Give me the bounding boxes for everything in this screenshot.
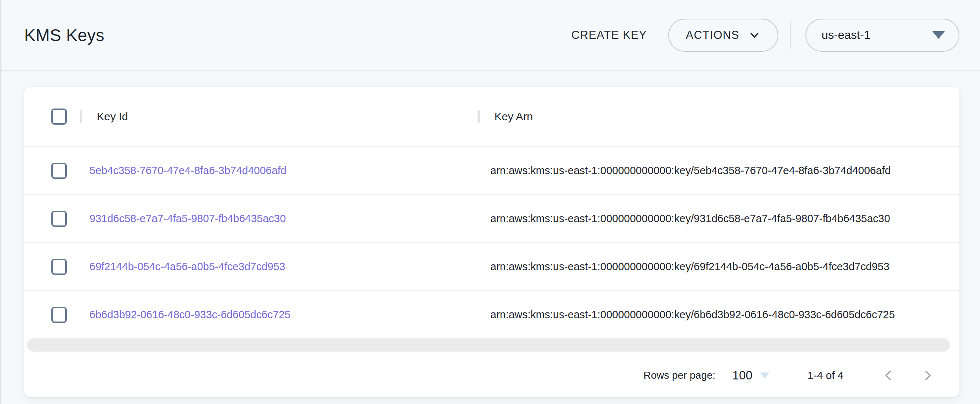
table-header-row: Key Id Key Arn	[24, 87, 959, 146]
key-arn-value: arn:aws:kms:us-east-1:000000000000:key/6…	[490, 261, 889, 273]
key-arn-value: arn:aws:kms:us-east-1:000000000000:key/5…	[490, 165, 891, 177]
row-checkbox[interactable]	[51, 307, 67, 323]
pagination-bar: Rows per page: 100 1-4 of 4	[24, 352, 959, 399]
row-checkbox-cell	[24, 259, 80, 275]
key-arn-cell: arn:aws:kms:us-east-1:000000000000:key/9…	[477, 213, 959, 225]
table-row: 5eb4c358-7670-47e4-8fa6-3b74d4006afd arn…	[24, 146, 959, 194]
column-header-label: Key Arn	[495, 110, 533, 123]
page-title: KMS Keys	[24, 25, 105, 45]
key-arn-cell: arn:aws:kms:us-east-1:000000000000:key/5…	[477, 165, 959, 177]
arrow-drop-down-icon	[760, 372, 770, 379]
header-cell-key-id: Key Id	[80, 110, 477, 123]
next-page-button[interactable]	[921, 368, 935, 383]
key-id-cell: 69f2144b-054c-4a56-a0b5-4fce3d7cd953	[80, 261, 477, 273]
keys-table-card: Key Id Key Arn 5eb4c358-7670-47e4-8fa6-3…	[24, 87, 959, 397]
key-id-link[interactable]: 6b6d3b92-0616-48c0-933c-6d605dc6c725	[89, 309, 291, 321]
create-key-button[interactable]: CREATE KEY	[560, 21, 658, 50]
page-left-edge	[0, 0, 2, 404]
key-id-link[interactable]: 931d6c58-e7a7-4fa5-9807-fb4b6435ac30	[89, 213, 286, 225]
select-all-checkbox[interactable]	[51, 108, 67, 125]
key-id-link[interactable]: 69f2144b-054c-4a56-a0b5-4fce3d7cd953	[89, 261, 285, 273]
table-row: 6b6d3b92-0616-48c0-933c-6d605dc6c725 arn…	[24, 290, 959, 338]
region-selector-value: us-east-1	[822, 28, 870, 42]
column-header-label: Key Id	[97, 110, 128, 123]
header-toolbar: CREATE KEY ACTIONS us-east-1	[560, 19, 959, 52]
chevron-down-icon	[748, 29, 760, 41]
row-checkbox-cell	[24, 307, 80, 323]
region-selector[interactable]: us-east-1	[805, 19, 959, 52]
row-checkbox-cell	[24, 211, 80, 227]
arrow-drop-down-icon	[932, 31, 945, 39]
key-arn-cell: arn:aws:kms:us-east-1:000000000000:key/6…	[477, 309, 959, 321]
key-arn-value: arn:aws:kms:us-east-1:000000000000:key/9…	[490, 213, 890, 225]
column-resize-handle[interactable]	[477, 110, 480, 123]
key-arn-value: arn:aws:kms:us-east-1:000000000000:key/6…	[490, 309, 895, 321]
chevron-left-icon	[881, 368, 896, 383]
key-id-cell: 931d6c58-e7a7-4fa5-9807-fb4b6435ac30	[80, 213, 477, 225]
header-cell-key-arn: Key Arn	[477, 110, 959, 123]
row-checkbox[interactable]	[51, 211, 67, 227]
row-checkbox[interactable]	[51, 259, 67, 275]
header-checkbox-cell	[24, 108, 80, 125]
actions-button-label: ACTIONS	[686, 29, 740, 42]
actions-button[interactable]: ACTIONS	[668, 19, 778, 52]
chevron-right-icon	[921, 368, 935, 383]
rows-per-page-label: Rows per page:	[643, 369, 715, 381]
horizontal-scrollbar[interactable]	[27, 338, 950, 352]
key-id-cell: 6b6d3b92-0616-48c0-933c-6d605dc6c725	[80, 309, 477, 321]
key-id-cell: 5eb4c358-7670-47e4-8fa6-3b74d4006afd	[80, 165, 477, 177]
rows-per-page-value: 100	[732, 369, 752, 382]
row-checkbox-cell	[24, 163, 80, 179]
table-row: 931d6c58-e7a7-4fa5-9807-fb4b6435ac30 arn…	[24, 194, 959, 242]
previous-page-button[interactable]	[881, 368, 896, 383]
page-header: KMS Keys CREATE KEY ACTIONS us-east-1	[0, 0, 980, 71]
pagination-range-label: 1-4 of 4	[808, 369, 843, 382]
toolbar-divider	[790, 21, 791, 49]
key-arn-cell: arn:aws:kms:us-east-1:000000000000:key/6…	[477, 261, 959, 273]
rows-per-page-select[interactable]: 100	[732, 369, 770, 382]
table-row: 69f2144b-054c-4a56-a0b5-4fce3d7cd953 arn…	[24, 242, 959, 290]
row-checkbox[interactable]	[51, 163, 67, 179]
key-id-link[interactable]: 5eb4c358-7670-47e4-8fa6-3b74d4006afd	[89, 165, 286, 177]
column-resize-handle[interactable]	[80, 110, 82, 123]
